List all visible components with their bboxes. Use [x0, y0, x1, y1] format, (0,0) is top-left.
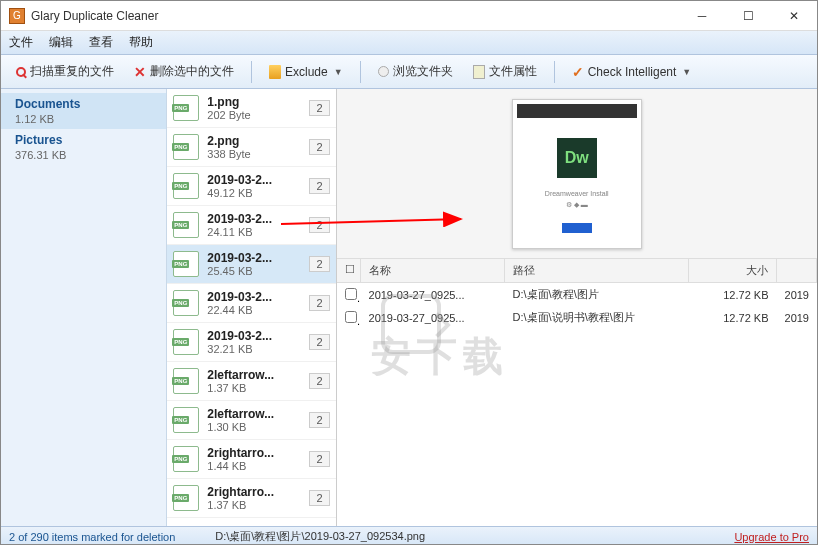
- right-panel: Dw Dreamweaver Install ⚙ ◆ ▬ ☐ 名称 路径 大小 …: [337, 89, 817, 526]
- folder-icon: [269, 65, 281, 79]
- sidebar-item-name: Documents: [15, 97, 152, 111]
- minimize-button[interactable]: ─: [679, 1, 725, 31]
- exclude-button[interactable]: Exclude ▼: [262, 61, 350, 83]
- row-checkbox[interactable]: [345, 311, 357, 323]
- browse-label: 浏览文件夹: [393, 63, 453, 80]
- toolbar: 扫描重复的文件 ✕ 删除选中的文件 Exclude ▼ 浏览文件夹 文件属性 ✓…: [1, 55, 817, 89]
- file-row[interactable]: 2019-03-2...49.12 KB2: [167, 167, 335, 206]
- png-icon: [173, 173, 199, 199]
- props-label: 文件属性: [489, 63, 537, 80]
- dup-count: 2: [309, 412, 329, 428]
- props-button[interactable]: 文件属性: [466, 59, 544, 84]
- png-icon: [173, 329, 199, 355]
- browse-button[interactable]: 浏览文件夹: [371, 59, 460, 84]
- sidebar-item-name: Pictures: [15, 133, 152, 147]
- png-icon: [173, 290, 199, 316]
- dup-count: 2: [309, 373, 329, 389]
- file-row[interactable]: 1.png202 Byte2: [167, 89, 335, 128]
- sidebar-item-size: 376.31 KB: [15, 149, 152, 161]
- header-size[interactable]: 大小: [689, 259, 777, 282]
- menubar: 文件 编辑 查看 帮助: [1, 31, 817, 55]
- file-row[interactable]: 2leftarrow...1.37 KB2: [167, 362, 335, 401]
- png-icon: [173, 407, 199, 433]
- close-button[interactable]: ✕: [771, 1, 817, 31]
- sidebar-item[interactable]: Documents1.12 KB: [1, 93, 166, 129]
- preview-image: Dw Dreamweaver Install ⚙ ◆ ▬: [512, 99, 642, 249]
- png-icon: [173, 95, 199, 121]
- row-checkbox[interactable]: [345, 288, 357, 300]
- dup-count: 2: [309, 451, 329, 467]
- png-icon: [173, 212, 199, 238]
- check-label: Check Intelligent: [588, 65, 677, 79]
- row-date: 2019: [777, 310, 817, 326]
- maximize-button[interactable]: ☐: [725, 1, 771, 31]
- dup-count: 2: [309, 334, 329, 350]
- scan-button[interactable]: 扫描重复的文件: [9, 59, 121, 84]
- app-icon: G: [9, 8, 25, 24]
- exclude-label: Exclude: [285, 65, 328, 79]
- row-name: 2019-03-27_0925...: [361, 287, 505, 303]
- delete-button[interactable]: ✕ 删除选中的文件: [127, 59, 241, 84]
- delete-icon: ✕: [134, 64, 146, 80]
- properties-icon: [473, 65, 485, 79]
- png-icon: [173, 368, 199, 394]
- file-list: 1.png202 Byte22.png338 Byte22019-03-2...…: [167, 89, 336, 526]
- detail-table: ☐ 名称 路径 大小 2019-03-27_0925...D:\桌面\教程\图片…: [337, 259, 817, 526]
- dup-count: 2: [309, 256, 329, 272]
- sidebar: Documents1.12 KBPictures376.31 KB: [1, 89, 167, 526]
- status-path: D:\桌面\教程\图片\2019-03-27_092534.png: [175, 529, 734, 544]
- file-row[interactable]: 2rightarro...1.44 KB2: [167, 440, 335, 479]
- scan-label: 扫描重复的文件: [30, 63, 114, 80]
- menu-view[interactable]: 查看: [89, 34, 113, 51]
- file-row[interactable]: 2019-03-2...25.45 KB2: [167, 245, 335, 284]
- header-checkbox[interactable]: ☐: [337, 259, 361, 282]
- upgrade-link[interactable]: Upgrade to Pro: [734, 531, 809, 543]
- png-icon: [173, 485, 199, 511]
- window-title: Glary Duplicate Cleaner: [31, 9, 679, 23]
- row-name: 2019-03-27_0925...: [361, 310, 505, 326]
- header-path[interactable]: 路径: [505, 259, 689, 282]
- dup-count: 2: [309, 295, 329, 311]
- menu-edit[interactable]: 编辑: [49, 34, 73, 51]
- file-row[interactable]: 2019-03-2...32.21 KB2: [167, 323, 335, 362]
- row-size: 12.72 KB: [689, 310, 777, 326]
- delete-label: 删除选中的文件: [150, 63, 234, 80]
- table-row[interactable]: 2019-03-27_0925...D:\桌面\说明书\教程\图片12.72 K…: [337, 306, 817, 329]
- dup-count: 2: [309, 139, 329, 155]
- file-row[interactable]: 2019-03-2...22.44 KB2: [167, 284, 335, 323]
- png-icon: [173, 446, 199, 472]
- dup-count: 2: [309, 178, 329, 194]
- row-path: D:\桌面\教程\图片: [505, 285, 689, 304]
- dup-count: 2: [309, 490, 329, 506]
- file-row[interactable]: 2rightarro...1.37 KB2: [167, 479, 335, 518]
- dup-count: 2: [309, 217, 329, 233]
- png-icon: [173, 134, 199, 160]
- file-row[interactable]: 2019-03-2...24.11 KB2: [167, 206, 335, 245]
- header-date[interactable]: [777, 259, 817, 282]
- row-size: 12.72 KB: [689, 287, 777, 303]
- header-name[interactable]: 名称: [361, 259, 505, 282]
- preview-logo: Dw: [557, 138, 597, 178]
- status-selection: 2 of 290 items marked for deletion: [9, 531, 175, 543]
- statusbar: 2 of 290 items marked for deletion D:\桌面…: [1, 526, 817, 545]
- table-row[interactable]: 2019-03-27_0925...D:\桌面\教程\图片12.72 KB201…: [337, 283, 817, 306]
- png-icon: [173, 251, 199, 277]
- check-icon: ✓: [572, 64, 584, 80]
- row-path: D:\桌面\说明书\教程\图片: [505, 308, 689, 327]
- check-button[interactable]: ✓ Check Intelligent ▼: [565, 60, 699, 84]
- menu-help[interactable]: 帮助: [129, 34, 153, 51]
- dup-count: 2: [309, 100, 329, 116]
- file-row[interactable]: 2.png338 Byte2: [167, 128, 335, 167]
- menu-file[interactable]: 文件: [9, 34, 33, 51]
- preview-pane: Dw Dreamweaver Install ⚙ ◆ ▬: [337, 89, 817, 259]
- chevron-down-icon: ▼: [682, 67, 691, 77]
- scan-icon: [16, 67, 26, 77]
- titlebar: G Glary Duplicate Cleaner ─ ☐ ✕: [1, 1, 817, 31]
- chevron-down-icon: ▼: [334, 67, 343, 77]
- table-header: ☐ 名称 路径 大小: [337, 259, 817, 283]
- file-row[interactable]: 2leftarrow...1.30 KB2: [167, 401, 335, 440]
- sidebar-item[interactable]: Pictures376.31 KB: [1, 129, 166, 165]
- sidebar-item-size: 1.12 KB: [15, 113, 152, 125]
- row-date: 2019: [777, 287, 817, 303]
- browse-icon: [378, 66, 389, 77]
